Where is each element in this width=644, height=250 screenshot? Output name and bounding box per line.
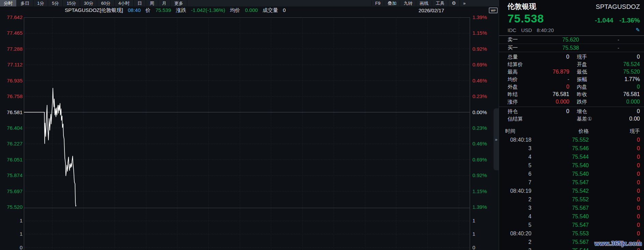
position-stats: 持仓0增仓0估结算基差①0.00	[499, 107, 644, 123]
tick-lots: 0	[589, 205, 640, 211]
tick-lots: 0	[589, 214, 640, 220]
bid-price: 75.538	[542, 45, 600, 51]
stat-right-2: 最低75.520	[577, 69, 640, 75]
volume-axis-label: 1	[472, 231, 475, 237]
tick-table[interactable]: 时间价格现手08:40:1875.5520375.5460475.5440575…	[499, 127, 644, 250]
stat-label: 基差①	[577, 116, 592, 122]
stat-label: 估结算	[508, 116, 523, 122]
price-axis-label: 77.112	[7, 62, 23, 67]
stat-left-4: 外盘0	[508, 84, 569, 90]
tick-lots: 0	[589, 231, 640, 237]
price-axis-label: 76.051	[7, 157, 23, 162]
price-chart[interactable]: 77.64277.46577.28877.11276.93576.75876.5…	[0, 0, 499, 250]
tick-price: 75.546	[531, 145, 589, 152]
tick-price: 75.547	[531, 179, 589, 186]
tick-row: 575.5470	[505, 221, 640, 229]
tick-col-price-header: 价格	[531, 128, 589, 135]
currency-label: USD	[521, 27, 532, 33]
percent-axis-label: 1.15%	[472, 30, 487, 36]
tick-row: 375.5670	[505, 204, 640, 212]
stat-label: 内盘	[577, 84, 587, 90]
stat-value: 76.524	[623, 61, 640, 67]
stat-right-1: 开盘76.524	[577, 61, 640, 68]
edit-pencil-icon[interactable]: ✎	[635, 27, 640, 33]
price-axis-label: 76.227	[7, 141, 23, 146]
stat-label: 最高	[508, 69, 518, 75]
stat-left-0: 总量0	[508, 54, 569, 60]
tick-lots: 0	[589, 222, 640, 228]
ask-qty: -	[600, 37, 637, 43]
position-row-1: 估结算基差①0.00	[499, 115, 644, 123]
volume-axis-label: 1	[20, 218, 23, 223]
quote-header: 伦敦银现 SPTAGUSDOZ 75.538 -1.044 -1.36% IDC…	[499, 0, 644, 33]
stat-label: 开盘	[577, 61, 587, 68]
tick-lots: 0	[589, 248, 640, 250]
stat-row-5: 昨结76.581昨收76.581	[499, 91, 644, 98]
stat-label: 昨收	[577, 91, 587, 98]
stat-label: 跌停	[577, 99, 587, 105]
tick-time: 5	[505, 162, 531, 169]
tick-time: 4	[505, 154, 531, 160]
stat-value: 0	[637, 108, 640, 114]
stat-value: 0	[566, 54, 569, 60]
bid-qty: -	[600, 45, 637, 51]
change-percent: -1.36%	[619, 17, 640, 24]
stat-right-0: 现手0	[577, 54, 640, 60]
stat-right-6: 跌停0.000	[577, 99, 640, 105]
tick-time: 4	[505, 214, 531, 220]
quote-panel: 伦敦银现 SPTAGUSDOZ 75.538 -1.044 -1.36% IDC…	[499, 0, 644, 250]
stat-value: 75.520	[623, 69, 640, 75]
exchange-label: IDC	[508, 27, 516, 33]
percent-axis-label: 1.39%	[472, 14, 487, 20]
tick-time: 08:40:20	[505, 231, 531, 237]
position-row-0: 持仓0增仓0	[499, 108, 644, 115]
tick-time: 3	[505, 145, 531, 152]
stat-row-3: 均价-振幅1.77%	[499, 76, 644, 83]
tick-row: 375.5460	[505, 144, 640, 153]
volume-axis-label: 1	[20, 231, 23, 237]
price-axis-label: 75.520	[7, 204, 23, 210]
percent-axis-label: 0.46%	[472, 141, 487, 146]
stat-row-1: 结算价开盘76.524	[499, 61, 644, 68]
tick-price: 75.567	[531, 239, 589, 245]
collapse-chevron-icon: »	[495, 137, 497, 142]
position-left-0: 持仓0	[508, 108, 569, 115]
stat-left-6: 涨停0.000	[508, 99, 569, 105]
price-axis-label: 76.404	[7, 125, 23, 131]
stat-row-0: 总量0现手0	[499, 53, 644, 61]
percent-axis-label: 0.23%	[472, 125, 487, 131]
tick-lots: 0	[589, 179, 640, 186]
stat-row-4: 外盘0内盘0	[499, 83, 644, 91]
tick-price: 75.567	[531, 205, 589, 211]
percent-axis-label: 1.15%	[472, 188, 487, 194]
tick-time: 3	[505, 248, 531, 250]
volume-axis-label: 1	[472, 218, 475, 223]
stat-label: 均价	[508, 76, 518, 83]
percent-axis-label: 0.92%	[472, 172, 487, 178]
price-axis-label: 76.581	[7, 109, 23, 115]
tick-time: 2	[505, 239, 531, 245]
panel-collapse-handle[interactable]: »	[494, 108, 499, 170]
tick-lots: 0	[589, 154, 640, 160]
stat-label: 昨结	[508, 91, 518, 98]
price-axis-label: 77.642	[7, 14, 23, 20]
bid-label: 买一	[508, 45, 542, 51]
tick-table-header: 时间价格现手	[505, 127, 640, 136]
stat-value: 0.000	[556, 99, 569, 105]
stat-label: 持仓	[508, 108, 518, 115]
stat-value: 0.000	[626, 99, 640, 105]
stat-value: 1.77%	[625, 76, 640, 82]
stat-value: 76.581	[553, 91, 569, 97]
position-right-0: 增仓0	[577, 108, 640, 115]
basis-info-icon[interactable]: ①	[587, 116, 592, 122]
price-line	[24, 88, 76, 206]
stat-right-3: 振幅1.77%	[577, 76, 640, 83]
stat-value: 0	[637, 54, 640, 60]
price-axis-label: 76.935	[7, 78, 23, 83]
ask-row[interactable]: 卖一 75.620 -	[499, 36, 644, 44]
tick-price: 75.553	[531, 231, 589, 237]
tick-col-lots-header: 现手	[589, 128, 640, 135]
tick-row: 775.5470	[505, 178, 640, 187]
bid-row[interactable]: 买一 75.538 -	[499, 44, 644, 52]
tick-lots: 0	[589, 171, 640, 177]
